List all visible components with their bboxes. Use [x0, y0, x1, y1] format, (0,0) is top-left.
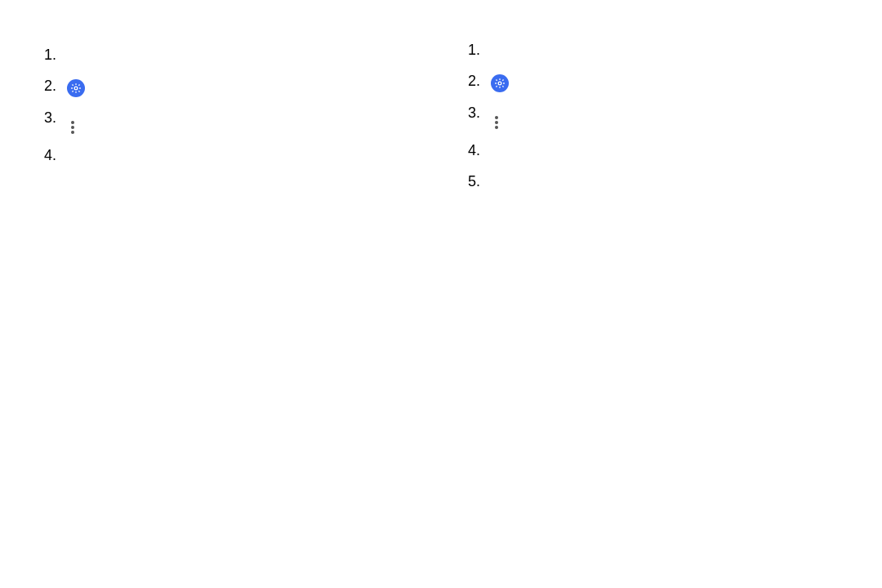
right-column	[452, 28, 849, 534]
list-item	[60, 75, 425, 97]
svg-point-1	[498, 82, 501, 85]
list-item	[60, 107, 425, 135]
list-item	[484, 39, 849, 60]
list-item	[484, 102, 849, 130]
svg-point-0	[74, 87, 78, 90]
more-options-icon	[491, 115, 502, 130]
list-item	[484, 140, 849, 161]
mount-steps	[28, 44, 425, 166]
page-columns	[28, 28, 849, 534]
list-item	[60, 145, 425, 166]
list-item	[60, 44, 425, 65]
left-column	[28, 28, 425, 534]
settings-gear-icon	[491, 74, 509, 92]
more-options-icon	[67, 120, 78, 135]
list-item	[484, 171, 849, 192]
settings-gear-icon	[67, 79, 85, 97]
remove-steps	[452, 39, 849, 192]
list-item	[484, 70, 849, 92]
